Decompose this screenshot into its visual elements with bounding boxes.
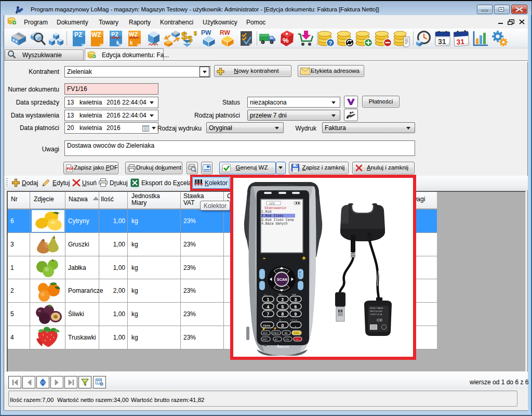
svg-text:8: 8 xyxy=(282,311,284,317)
svg-text:Skanowanie: Skanowanie xyxy=(264,206,286,210)
svg-text:WZ: WZ xyxy=(129,31,138,37)
svg-text:2.Kod Ilość: 2.Kod Ilość xyxy=(261,214,284,218)
svg-text:SCAN: SCAN xyxy=(277,278,287,281)
svg-text:2: 2 xyxy=(299,274,301,277)
svg-text:3.Kod Ilość Cena: 3.Kod Ilość Cena xyxy=(261,218,294,222)
svg-text:k: k xyxy=(116,40,119,46)
svg-text:$: $ xyxy=(188,34,193,44)
svg-text:.: . xyxy=(295,323,296,328)
svg-text:5: 5 xyxy=(282,304,284,309)
svg-text:@ .: @ . xyxy=(279,319,282,321)
svg-text:FUNC: FUNC xyxy=(294,332,299,334)
svg-text:PDF: PDF xyxy=(67,167,74,171)
svg-text:k: k xyxy=(130,40,133,46)
svg-text:WZ: WZ xyxy=(91,31,101,38)
svg-text:1 X 3.4: 1 X 3.4 xyxy=(290,319,297,321)
svg-text:ABC: ABC xyxy=(278,293,283,296)
svg-text:?: ? xyxy=(329,40,332,46)
svg-text:$: $ xyxy=(181,30,188,42)
svg-text:INPUT:100-240V: INPUT:100-240V xyxy=(370,310,383,313)
svg-text:%: % xyxy=(283,36,289,44)
svg-text:TAB: TAB xyxy=(284,332,288,334)
svg-text:DEF: DEF xyxy=(292,293,297,296)
svg-text:CTRL: CTRL xyxy=(285,339,289,341)
svg-text:4.Baza danych: 4.Baza danych xyxy=(261,222,288,226)
svg-text:ARGOX: ARGOX xyxy=(276,344,289,349)
svg-text:SPACE: SPACE xyxy=(273,332,279,334)
svg-text:CЄ: CЄ xyxy=(377,318,383,322)
svg-text:9: 9 xyxy=(295,311,297,317)
svg-text:BKSP: BKSP xyxy=(263,332,268,334)
svg-text:PZ: PZ xyxy=(74,31,82,38)
svg-text:RW: RW xyxy=(220,30,230,36)
svg-text:2: 2 xyxy=(282,297,284,302)
svg-text:6: 6 xyxy=(295,304,297,309)
svg-text:1.Kod: 1.Kod xyxy=(261,210,272,214)
svg-text:7: 7 xyxy=(267,311,270,317)
svg-text:31: 31 xyxy=(438,37,446,46)
svg-text:+/-+: +/-+ xyxy=(263,293,268,296)
svg-text:3: 3 xyxy=(295,297,297,302)
svg-text:MODEL: PSA05R: MODEL: PSA05R xyxy=(370,307,383,309)
svg-text:SHIFT: SHIFT xyxy=(262,339,268,341)
svg-text:Alpha: Alpha xyxy=(263,324,271,327)
svg-text:OUTPUT: 5V 1A: OUTPUT: 5V 1A xyxy=(370,314,382,316)
svg-text:31: 31 xyxy=(456,37,465,46)
svg-text:$: $ xyxy=(194,30,197,36)
svg-text:PW: PW xyxy=(201,30,211,36)
svg-text:1: 1 xyxy=(267,297,270,302)
svg-text:4: 4 xyxy=(267,304,270,309)
svg-text:0: 0 xyxy=(282,323,284,328)
svg-text:o: o xyxy=(297,339,298,341)
svg-text:ALT: ALT xyxy=(275,339,278,341)
svg-text:123: 123 xyxy=(269,202,275,205)
